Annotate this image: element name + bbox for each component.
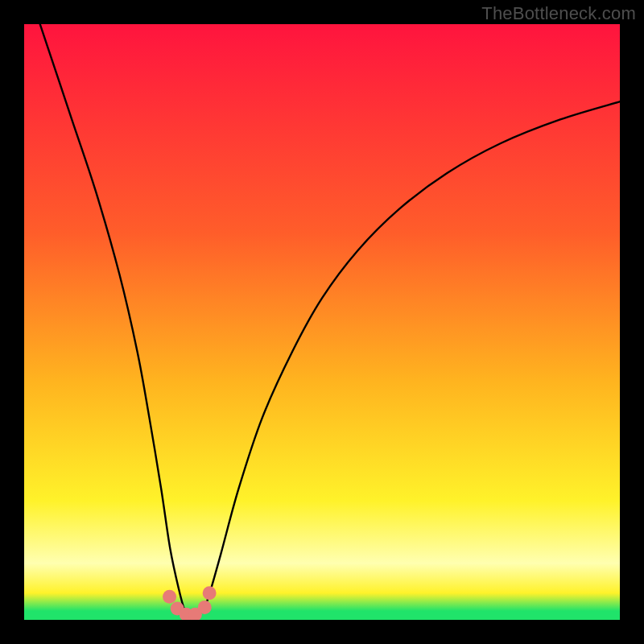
bottleneck-chart [24,24,620,620]
gradient-background [24,24,620,620]
marker-dot [198,601,212,614]
marker-dot [203,586,217,600]
marker-dot [163,590,176,604]
outer-frame: TheBottleneck.com [0,0,644,644]
plot-area [24,24,620,620]
watermark-text: TheBottleneck.com [481,3,636,24]
